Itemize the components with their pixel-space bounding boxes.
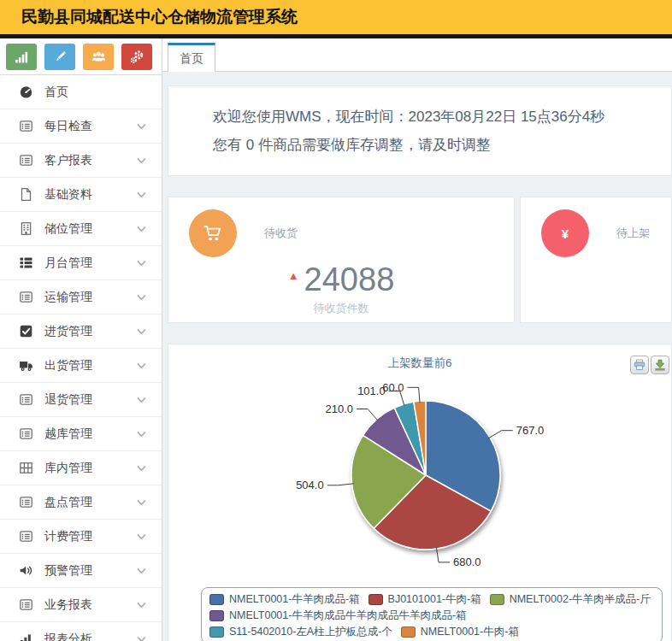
chevron-down-icon: [137, 397, 146, 403]
chevron-down-icon: [137, 157, 146, 164]
legend-item: NMELT0001-牛肉-箱: [401, 624, 519, 639]
welcome-line1: 欢迎您使用WMS，现在时间：2023年08月22日 15点36分4秒: [213, 103, 654, 131]
sidebar-item-每日检查[interactable]: 每日检查: [0, 109, 162, 144]
card-pending-receipt: 待收货 ▲24088 待收货件数: [168, 197, 515, 323]
chart-panel: 上架数量前6 767.0680.0504.0210.0101.060.0 NME…: [168, 344, 672, 641]
app-header: 民勤县同城配送中心仓储物流管理系统: [0, 0, 672, 38]
sidebar-item-库内管理[interactable]: 库内管理: [0, 451, 162, 485]
sidebar-item-label: 业务报表: [44, 597, 137, 613]
sidebar-item-进货管理[interactable]: 进货管理: [0, 315, 162, 349]
legend-label: BJ0101001-牛肉-箱: [388, 591, 481, 607]
sidebar-item-报表分析[interactable]: 报表分析: [0, 622, 162, 641]
sidebar-item-退货管理[interactable]: 退货管理: [0, 383, 162, 417]
sidebar-item-盘点管理[interactable]: 盘点管理: [0, 485, 162, 520]
list-alt-icon: [19, 153, 33, 168]
sidebar-item-基础资料[interactable]: 基础资料: [0, 178, 162, 212]
wms-app: 民勤县同城配送中心仓储物流管理系统 首页每日检查客户报表基础资料储位管理月台管理…: [0, 0, 672, 641]
sidebar-item-label: 预警管理: [44, 563, 137, 579]
sidebar-item-首页[interactable]: 首页: [0, 75, 162, 109]
sidebar-item-客户报表[interactable]: 客户报表: [0, 144, 162, 178]
list-alt-icon: [19, 495, 33, 509]
sidebar-item-储位管理[interactable]: 储位管理: [0, 212, 162, 246]
content: 欢迎您使用WMS，现在时间：2023年08月22日 15点36分4秒 您有 0 …: [162, 72, 672, 641]
card-pending-receipt-header: 待收货: [168, 209, 514, 257]
legend-swatch: [368, 594, 383, 605]
sidebar-item-月台管理[interactable]: 月台管理: [0, 246, 162, 280]
card-pending-putaway-header: ¥ 待上架: [521, 209, 671, 257]
building-icon: [19, 221, 33, 236]
list-alt-icon: [19, 392, 33, 407]
chart-print-button[interactable]: [630, 356, 649, 374]
chart-bar-icon: [19, 632, 33, 641]
tab-home[interactable]: 首页: [168, 43, 215, 72]
pie-value-label: 101.0: [357, 385, 386, 397]
sidebar-item-label: 首页: [44, 85, 146, 100]
list-alt-icon: [19, 290, 33, 304]
cart-icon: [202, 222, 224, 244]
sidebar-item-label: 进货管理: [44, 324, 137, 339]
pie-leader-line: [488, 431, 513, 438]
chevron-down-icon: [137, 226, 146, 232]
sidebar-menu: 首页每日检查客户报表基础资料储位管理月台管理运输管理进货管理出货管理退货管理越库…: [0, 75, 162, 641]
chevron-down-icon: [137, 123, 146, 130]
sidebar-item-label: 出货管理: [44, 358, 137, 373]
yen-icon: ¥: [562, 226, 569, 241]
legend-label: S11-5402010-左A柱上护板总成-个: [229, 624, 392, 639]
pie-leader-line: [357, 409, 378, 421]
pie-leader-line: [408, 387, 421, 403]
legend-swatch: [209, 594, 224, 605]
sidebar-item-label: 基础资料: [44, 187, 137, 203]
receiving-icon-circle: [189, 209, 237, 257]
chevron-down-icon: [137, 328, 146, 335]
print-icon: [634, 359, 645, 371]
sidebar-item-计费管理[interactable]: 计费管理: [0, 520, 162, 554]
legend-items: NMELT0001-牛羊肉成品-箱BJ0101001-牛肉-箱NMELT0002…: [209, 591, 654, 639]
chevron-down-icon: [137, 465, 146, 472]
sidebar-item-业务报表[interactable]: 业务报表: [0, 588, 162, 622]
chart-legend: NMELT0001-牛羊肉成品-箱BJ0101001-牛肉-箱NMELT0002…: [201, 587, 663, 641]
chart-download-button[interactable]: [651, 356, 669, 374]
legend-item: NMELT0002-牛羊肉半成品-斤: [490, 591, 651, 607]
pencil-icon: [53, 50, 68, 64]
chevron-down-icon: [137, 362, 146, 369]
tab-home-label: 首页: [180, 51, 203, 67]
legend-label: NMELT0001-牛肉-箱: [421, 624, 519, 639]
sidebar-item-label: 月台管理: [44, 256, 137, 271]
sidebar-item-label: 储位管理: [44, 221, 137, 237]
sidebar-item-label: 每日检查: [44, 119, 137, 134]
trend-up-icon: ▲: [288, 269, 299, 282]
sidebar-item-运输管理[interactable]: 运输管理: [0, 280, 162, 315]
chevron-down-icon: [137, 567, 146, 574]
sidebar-item-预警管理[interactable]: 预警管理: [0, 554, 162, 588]
chevron-down-icon: [137, 636, 146, 641]
pie-leader-line: [327, 484, 354, 485]
legend-label: NMELT0001-牛羊肉成品-箱: [229, 591, 360, 607]
sidebar-item-label: 退货管理: [44, 392, 137, 408]
volume-icon: [19, 563, 33, 578]
pending-receipt-number: 24088: [304, 262, 395, 297]
sidebar-item-出货管理[interactable]: 出货管理: [0, 349, 162, 383]
toolbar-button-edit[interactable]: [44, 44, 75, 70]
cogs-icon: [130, 50, 144, 64]
check-square-icon: [19, 324, 33, 338]
legend-item: NMELT0001-牛羊肉成品-箱: [209, 591, 360, 607]
chart-title: 上架数量前6: [168, 344, 671, 372]
sidebar-item-label: 越库管理: [44, 426, 137, 442]
list-alt-icon: [19, 119, 33, 133]
yen-icon-circle: ¥: [541, 209, 589, 257]
sidebar-item-label: 运输管理: [44, 290, 137, 305]
welcome-line2: 您有 0 件商品需要做库存调整，请及时调整: [213, 131, 654, 159]
toolbar-button-settings[interactable]: [121, 44, 152, 70]
chevron-down-icon: [137, 294, 146, 301]
summary-cards: 待收货 ▲24088 待收货件数 ¥ 待上架: [168, 197, 672, 323]
list-alt-icon: [19, 426, 33, 441]
chevron-down-icon: [137, 533, 146, 540]
toolbar-button-users[interactable]: [83, 44, 114, 70]
list-alt-icon: [19, 597, 33, 612]
card-pending-receipt-label: 待收货: [264, 226, 298, 241]
toolbar-button-statistics[interactable]: [6, 44, 37, 70]
dashboard-icon: [19, 85, 33, 99]
sidebar-item-越库管理[interactable]: 越库管理: [0, 417, 162, 451]
sidebar-item-label: 计费管理: [44, 529, 137, 544]
legend-item: NMELT0001-牛羊肉成品牛羊肉成品牛羊肉成品-箱: [209, 608, 467, 623]
